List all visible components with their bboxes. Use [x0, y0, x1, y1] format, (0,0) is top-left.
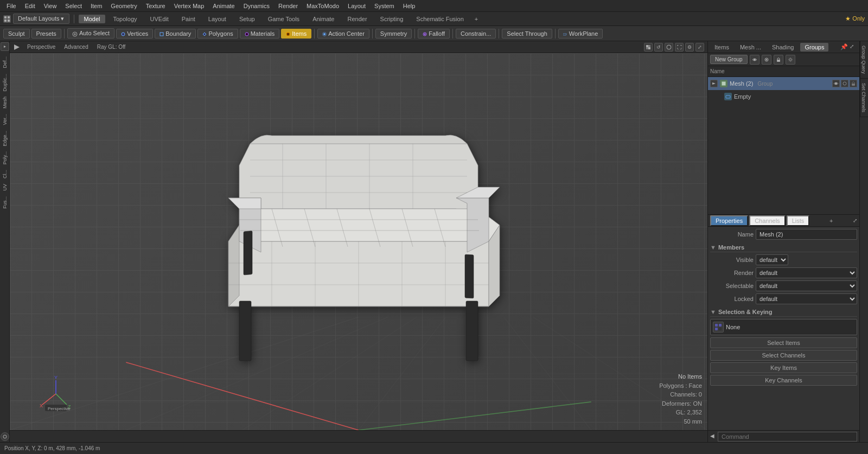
materials-btn[interactable]: Materials: [240, 29, 280, 39]
key-items-btn[interactable]: Key Items: [710, 362, 857, 373]
left-tab-fus[interactable]: Fus...: [1, 194, 9, 211]
polygons-btn[interactable]: Polygons: [197, 29, 238, 39]
tab-model[interactable]: Model: [79, 15, 106, 23]
menu-system[interactable]: System: [370, 2, 399, 10]
panel-pin[interactable]: 📌: [840, 43, 848, 51]
default-layouts-btn[interactable]: Default Layouts ▾: [13, 14, 69, 24]
group-settings-btn[interactable]: [786, 55, 795, 65]
vp-icon-1[interactable]: [644, 43, 653, 52]
raygl-btn[interactable]: Ray GL: Off: [95, 43, 128, 50]
menu-layout[interactable]: Layout: [343, 2, 370, 10]
tab-properties[interactable]: Properties: [710, 215, 748, 226]
edge-tab-group-query[interactable]: Group Query: [860, 41, 868, 79]
vp-icon-3[interactable]: [665, 43, 673, 52]
group-eye-btn[interactable]: [750, 55, 760, 65]
left-tab-ver[interactable]: Ver...: [1, 112, 9, 127]
tab-groups[interactable]: Groups: [800, 43, 828, 52]
star-only-btn[interactable]: ★ Only: [845, 15, 865, 22]
key-channels-btn[interactable]: Key Channels: [710, 375, 857, 386]
command-input[interactable]: [718, 432, 857, 442]
viewport[interactable]: Perspective Advanced Ray GL: Off ↺ ⛶ ⚙ ⤢: [10, 41, 707, 442]
presets-btn[interactable]: Presets: [31, 29, 61, 39]
tab-uvedit[interactable]: UVEdit: [145, 15, 174, 23]
gr-eye[interactable]: [832, 80, 840, 87]
menu-render[interactable]: Render: [274, 2, 302, 10]
cmd-arrow-left[interactable]: ◀: [710, 433, 718, 440]
left-tab-duplic[interactable]: Duplic...: [1, 72, 9, 94]
left-tab-uv[interactable]: UV: [1, 182, 9, 193]
gr-render[interactable]: [841, 80, 848, 87]
tab-layout[interactable]: Layout: [203, 15, 232, 23]
vp-icon-maximize[interactable]: ⤢: [695, 43, 704, 52]
sidebar-bottom-btn[interactable]: [1, 432, 9, 441]
selectable-select[interactable]: default on off: [756, 280, 857, 291]
tab-scripting[interactable]: Scripting: [375, 15, 409, 23]
shading-btn[interactable]: Advanced: [62, 43, 90, 50]
tab-animate[interactable]: Animate: [307, 15, 340, 23]
members-arrow[interactable]: ▼: [710, 244, 716, 251]
add-tab-btn[interactable]: +: [827, 216, 835, 225]
select-items-btn[interactable]: Select Items: [710, 337, 857, 348]
sculpt-btn[interactable]: Sculpt: [3, 29, 30, 39]
menu-dynamics[interactable]: Dynamics: [239, 2, 274, 10]
group-row-empty[interactable]: Empty: [708, 90, 859, 103]
items-btn[interactable]: Items: [281, 29, 311, 39]
gr-lock[interactable]: [850, 80, 857, 87]
left-tab-cl[interactable]: Cl...: [1, 168, 9, 181]
projection-btn[interactable]: Perspective: [25, 43, 58, 50]
sk-arrow[interactable]: ▼: [710, 309, 716, 315]
viewport-collapse[interactable]: [13, 43, 21, 51]
workplane-btn[interactable]: WorkPlane: [558, 29, 603, 39]
vertices-btn[interactable]: Vertices: [116, 29, 153, 39]
tab-topology[interactable]: Topology: [107, 15, 142, 23]
tab-items[interactable]: Items: [710, 43, 733, 52]
vp-icon-4[interactable]: ⛶: [675, 43, 684, 52]
visible-select[interactable]: default on off: [756, 254, 788, 265]
tab-render[interactable]: Render: [342, 15, 372, 23]
sk-icon[interactable]: [713, 322, 724, 332]
tab-add[interactable]: +: [471, 15, 481, 23]
action-center-btn[interactable]: Action Center: [317, 29, 369, 39]
falloff-btn[interactable]: Falloff: [418, 29, 450, 39]
tab-setup[interactable]: Setup: [234, 15, 260, 23]
menu-view[interactable]: View: [40, 2, 61, 10]
left-tab-edge[interactable]: Edge...: [1, 129, 9, 149]
menu-texture[interactable]: Texture: [142, 2, 170, 10]
sidebar-toggle[interactable]: [1, 42, 9, 51]
select-through-btn[interactable]: Select Through: [502, 29, 552, 39]
menu-help[interactable]: Help: [399, 2, 420, 10]
edge-tab-set-channels[interactable]: Set Channels: [860, 79, 868, 117]
locked-select[interactable]: default on off: [756, 293, 857, 304]
render-select[interactable]: default on off: [756, 267, 857, 278]
left-tab-def[interactable]: Def...: [1, 54, 9, 71]
tab-game-tools[interactable]: Game Tools: [263, 15, 305, 23]
boundary-btn[interactable]: Boundary: [155, 29, 196, 39]
menu-vertex-map[interactable]: Vertex Map: [170, 2, 209, 10]
left-tab-mesh[interactable]: Mesh: [1, 94, 9, 111]
tab-shading[interactable]: Shading: [768, 43, 798, 52]
group-render-btn[interactable]: [762, 55, 771, 65]
menu-select[interactable]: Select: [61, 2, 86, 10]
group-row-mesh[interactable]: Mesh (2) Group: [708, 77, 859, 90]
layout-icon[interactable]: [3, 15, 11, 23]
menu-maxtomodo[interactable]: MaxToModo: [302, 2, 343, 10]
group-expand-btn[interactable]: [710, 80, 718, 87]
menu-animate[interactable]: Animate: [208, 2, 239, 10]
menu-item[interactable]: Item: [86, 2, 106, 10]
tab-schematic-fusion[interactable]: Schematic Fusion: [411, 15, 469, 23]
left-tab-poly[interactable]: Poly...: [1, 149, 9, 167]
name-input[interactable]: [756, 229, 857, 240]
props-maximize[interactable]: ⤢: [853, 218, 857, 223]
menu-file[interactable]: File: [2, 2, 21, 10]
menu-edit[interactable]: Edit: [21, 2, 40, 10]
select-channels-btn[interactable]: Select Channels: [710, 350, 857, 361]
new-group-btn[interactable]: New Group: [710, 55, 748, 64]
viewport-canvas[interactable]: No Items Polygons : Face Channels: 0 Def…: [10, 53, 707, 430]
panel-maximize[interactable]: ⤢: [850, 43, 857, 51]
auto-select-btn[interactable]: Auto Select: [67, 28, 114, 38]
tab-lists[interactable]: Lists: [787, 215, 810, 226]
vp-icon-5[interactable]: ⚙: [685, 43, 694, 52]
menu-geometry[interactable]: Geometry: [106, 2, 141, 10]
constraints-btn[interactable]: Constrain...: [456, 29, 496, 39]
tab-paint[interactable]: Paint: [176, 15, 201, 23]
